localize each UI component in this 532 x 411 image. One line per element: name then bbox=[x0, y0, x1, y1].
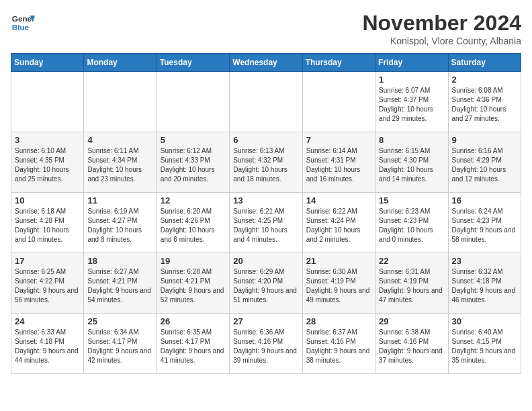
day-cell: 30Sunrise: 6:40 AM Sunset: 4:15 PM Dayli… bbox=[448, 314, 521, 374]
day-info: Sunrise: 6:35 AM Sunset: 4:17 PM Dayligh… bbox=[161, 328, 226, 365]
day-cell: 16Sunrise: 6:24 AM Sunset: 4:23 PM Dayli… bbox=[448, 193, 521, 253]
day-cell: 18Sunrise: 6:27 AM Sunset: 4:21 PM Dayli… bbox=[84, 253, 157, 314]
header-day-wednesday: Wednesday bbox=[230, 54, 302, 72]
day-number: 10 bbox=[15, 195, 80, 205]
day-info: Sunrise: 6:07 AM Sunset: 4:37 PM Dayligh… bbox=[379, 86, 444, 124]
day-cell: 4Sunrise: 6:11 AM Sunset: 4:34 PM Daylig… bbox=[84, 132, 157, 193]
day-number: 5 bbox=[161, 135, 226, 145]
day-info: Sunrise: 6:24 AM Sunset: 4:23 PM Dayligh… bbox=[452, 207, 517, 244]
logo: General Blue bbox=[11, 11, 35, 35]
day-info: Sunrise: 6:18 AM Sunset: 4:28 PM Dayligh… bbox=[15, 207, 80, 244]
day-cell: 17Sunrise: 6:25 AM Sunset: 4:22 PM Dayli… bbox=[11, 253, 84, 314]
day-cell: 13Sunrise: 6:21 AM Sunset: 4:25 PM Dayli… bbox=[230, 193, 302, 253]
day-info: Sunrise: 6:29 AM Sunset: 4:20 PM Dayligh… bbox=[233, 267, 298, 305]
day-cell: 7Sunrise: 6:14 AM Sunset: 4:31 PM Daylig… bbox=[302, 132, 375, 193]
day-number: 24 bbox=[15, 316, 80, 326]
day-number: 14 bbox=[306, 195, 371, 205]
day-info: Sunrise: 6:40 AM Sunset: 4:15 PM Dayligh… bbox=[452, 328, 517, 365]
day-cell: 28Sunrise: 6:37 AM Sunset: 4:16 PM Dayli… bbox=[302, 314, 375, 374]
day-cell: 19Sunrise: 6:28 AM Sunset: 4:21 PM Dayli… bbox=[157, 253, 229, 314]
day-cell: 23Sunrise: 6:32 AM Sunset: 4:18 PM Dayli… bbox=[448, 253, 521, 314]
day-number: 18 bbox=[87, 256, 152, 266]
title-block: November 2024 Konispol, Vlore County, Al… bbox=[362, 11, 521, 46]
calendar-header: SundayMondayTuesdayWednesdayThursdayFrid… bbox=[11, 54, 521, 72]
week-row-1: 3Sunrise: 6:10 AM Sunset: 4:35 PM Daylig… bbox=[11, 132, 521, 193]
day-number: 21 bbox=[306, 256, 371, 266]
logo-icon: General Blue bbox=[11, 11, 35, 35]
day-cell bbox=[84, 72, 157, 132]
day-number: 30 bbox=[452, 316, 517, 326]
day-cell: 25Sunrise: 6:34 AM Sunset: 4:17 PM Dayli… bbox=[84, 314, 157, 374]
day-info: Sunrise: 6:20 AM Sunset: 4:26 PM Dayligh… bbox=[161, 207, 226, 244]
day-info: Sunrise: 6:36 AM Sunset: 4:16 PM Dayligh… bbox=[233, 328, 298, 365]
day-cell: 5Sunrise: 6:12 AM Sunset: 4:33 PM Daylig… bbox=[157, 132, 229, 193]
day-number: 8 bbox=[379, 135, 444, 145]
header-day-saturday: Saturday bbox=[448, 54, 521, 72]
day-info: Sunrise: 6:14 AM Sunset: 4:31 PM Dayligh… bbox=[306, 146, 371, 184]
week-row-2: 10Sunrise: 6:18 AM Sunset: 4:28 PM Dayli… bbox=[11, 193, 521, 253]
day-number: 6 bbox=[233, 135, 298, 145]
day-info: Sunrise: 6:16 AM Sunset: 4:29 PM Dayligh… bbox=[452, 146, 517, 184]
day-info: Sunrise: 6:10 AM Sunset: 4:35 PM Dayligh… bbox=[15, 146, 80, 184]
day-info: Sunrise: 6:33 AM Sunset: 4:18 PM Dayligh… bbox=[15, 328, 80, 365]
day-number: 2 bbox=[452, 75, 517, 85]
day-info: Sunrise: 6:38 AM Sunset: 4:16 PM Dayligh… bbox=[379, 328, 444, 365]
day-info: Sunrise: 6:28 AM Sunset: 4:21 PM Dayligh… bbox=[161, 267, 226, 305]
day-number: 27 bbox=[233, 316, 298, 326]
day-info: Sunrise: 6:32 AM Sunset: 4:18 PM Dayligh… bbox=[452, 267, 517, 305]
calendar-table: SundayMondayTuesdayWednesdayThursdayFrid… bbox=[11, 53, 521, 374]
day-cell: 24Sunrise: 6:33 AM Sunset: 4:18 PM Dayli… bbox=[11, 314, 84, 374]
day-cell: 27Sunrise: 6:36 AM Sunset: 4:16 PM Dayli… bbox=[230, 314, 302, 374]
day-info: Sunrise: 6:30 AM Sunset: 4:19 PM Dayligh… bbox=[306, 267, 371, 305]
header-day-sunday: Sunday bbox=[11, 54, 84, 72]
header-day-thursday: Thursday bbox=[302, 54, 375, 72]
day-cell: 9Sunrise: 6:16 AM Sunset: 4:29 PM Daylig… bbox=[448, 132, 521, 193]
week-row-3: 17Sunrise: 6:25 AM Sunset: 4:22 PM Dayli… bbox=[11, 253, 521, 314]
week-row-0: 1Sunrise: 6:07 AM Sunset: 4:37 PM Daylig… bbox=[11, 72, 521, 132]
day-number: 17 bbox=[15, 256, 80, 266]
day-number: 16 bbox=[452, 195, 517, 205]
day-cell: 1Sunrise: 6:07 AM Sunset: 4:37 PM Daylig… bbox=[375, 72, 448, 132]
day-number: 22 bbox=[379, 256, 444, 266]
day-cell bbox=[157, 72, 229, 132]
day-number: 4 bbox=[87, 135, 152, 145]
day-info: Sunrise: 6:21 AM Sunset: 4:25 PM Dayligh… bbox=[233, 207, 298, 244]
day-cell: 6Sunrise: 6:13 AM Sunset: 4:32 PM Daylig… bbox=[230, 132, 302, 193]
day-info: Sunrise: 6:23 AM Sunset: 4:23 PM Dayligh… bbox=[379, 207, 444, 244]
day-cell bbox=[11, 72, 84, 132]
day-number: 15 bbox=[379, 195, 444, 205]
day-number: 11 bbox=[87, 195, 152, 205]
header-day-monday: Monday bbox=[84, 54, 157, 72]
day-info: Sunrise: 6:25 AM Sunset: 4:22 PM Dayligh… bbox=[15, 267, 80, 305]
day-info: Sunrise: 6:19 AM Sunset: 4:27 PM Dayligh… bbox=[87, 207, 152, 244]
day-number: 1 bbox=[379, 75, 444, 85]
day-info: Sunrise: 6:27 AM Sunset: 4:21 PM Dayligh… bbox=[87, 267, 152, 305]
day-number: 28 bbox=[306, 316, 371, 326]
day-number: 12 bbox=[161, 195, 226, 205]
day-info: Sunrise: 6:15 AM Sunset: 4:30 PM Dayligh… bbox=[379, 146, 444, 184]
day-cell: 11Sunrise: 6:19 AM Sunset: 4:27 PM Dayli… bbox=[84, 193, 157, 253]
day-cell: 8Sunrise: 6:15 AM Sunset: 4:30 PM Daylig… bbox=[375, 132, 448, 193]
day-cell: 29Sunrise: 6:38 AM Sunset: 4:16 PM Dayli… bbox=[375, 314, 448, 374]
day-number: 20 bbox=[233, 256, 298, 266]
day-number: 3 bbox=[15, 135, 80, 145]
day-cell: 20Sunrise: 6:29 AM Sunset: 4:20 PM Dayli… bbox=[230, 253, 302, 314]
header-day-friday: Friday bbox=[375, 54, 448, 72]
day-info: Sunrise: 6:13 AM Sunset: 4:32 PM Dayligh… bbox=[233, 146, 298, 184]
day-info: Sunrise: 6:22 AM Sunset: 4:24 PM Dayligh… bbox=[306, 207, 371, 244]
day-cell bbox=[302, 72, 375, 132]
day-info: Sunrise: 6:11 AM Sunset: 4:34 PM Dayligh… bbox=[87, 146, 152, 184]
header-row: SundayMondayTuesdayWednesdayThursdayFrid… bbox=[11, 54, 521, 72]
day-cell: 12Sunrise: 6:20 AM Sunset: 4:26 PM Dayli… bbox=[157, 193, 229, 253]
day-cell: 14Sunrise: 6:22 AM Sunset: 4:24 PM Dayli… bbox=[302, 193, 375, 253]
day-number: 29 bbox=[379, 316, 444, 326]
day-info: Sunrise: 6:31 AM Sunset: 4:19 PM Dayligh… bbox=[379, 267, 444, 305]
header-day-tuesday: Tuesday bbox=[157, 54, 229, 72]
day-cell: 2Sunrise: 6:08 AM Sunset: 4:36 PM Daylig… bbox=[448, 72, 521, 132]
day-info: Sunrise: 6:08 AM Sunset: 4:36 PM Dayligh… bbox=[452, 86, 517, 124]
day-cell: 3Sunrise: 6:10 AM Sunset: 4:35 PM Daylig… bbox=[11, 132, 84, 193]
calendar-body: 1Sunrise: 6:07 AM Sunset: 4:37 PM Daylig… bbox=[11, 72, 521, 374]
day-cell: 10Sunrise: 6:18 AM Sunset: 4:28 PM Dayli… bbox=[11, 193, 84, 253]
day-cell: 15Sunrise: 6:23 AM Sunset: 4:23 PM Dayli… bbox=[375, 193, 448, 253]
day-number: 23 bbox=[452, 256, 517, 266]
